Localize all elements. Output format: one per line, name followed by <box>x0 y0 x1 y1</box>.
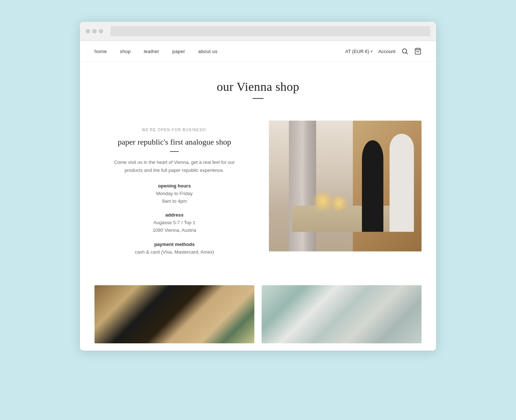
browser-dot-green <box>99 29 103 33</box>
photo-column <box>289 121 317 251</box>
page-title-section: our Vienna shop <box>80 62 436 113</box>
main-nav: home shop leather paper about us AT (EUR… <box>80 41 436 62</box>
figure-man-body <box>390 134 414 232</box>
headline-divider <box>170 151 179 152</box>
shop-image-container <box>269 121 422 251</box>
payment-text: cash & card (Visa, Mastercard, Amex) <box>102 249 247 256</box>
shop-section: WE'RE OPEN FOR BUSINESS! paper republic'… <box>80 113 436 285</box>
browser-chrome <box>80 22 436 41</box>
nav-links: home shop leather paper about us <box>94 49 218 54</box>
bottom-right-photo-inner <box>262 285 422 343</box>
figure-woman <box>362 140 383 232</box>
currency-selector[interactable]: AT (EUR €) ▾ <box>345 49 372 54</box>
shop-photo <box>269 121 422 251</box>
page-title: our Vienna shop <box>94 80 422 94</box>
nav-shop[interactable]: shop <box>120 49 131 54</box>
hours-block: opening hours Monday to Friday 9am to 4p… <box>102 183 247 205</box>
photo-light-2 <box>330 194 348 212</box>
svg-point-0 <box>402 49 407 53</box>
bottom-photo-right <box>262 285 422 343</box>
svg-line-1 <box>406 53 408 54</box>
payment-block: payment methods cash & card (Visa, Maste… <box>102 242 247 256</box>
payment-label: payment methods <box>102 242 247 247</box>
account-link[interactable]: Account <box>378 49 395 54</box>
shop-info: WE'RE OPEN FOR BUSINESS! paper republic'… <box>94 121 254 263</box>
search-icon <box>401 48 408 55</box>
figure-man <box>390 134 414 232</box>
address-block: address Augasse 5-7 / Top 1 1090 Vienna,… <box>102 212 247 234</box>
browser-dots <box>86 29 103 33</box>
browser-window: home shop leather paper about us AT (EUR… <box>80 22 436 351</box>
nav-leather[interactable]: leather <box>144 49 159 54</box>
browser-dot-red <box>86 29 90 33</box>
address-line1: Augasse 5-7 / Top 1 <box>102 219 247 227</box>
nav-paper[interactable]: paper <box>172 49 185 54</box>
cart-button[interactable] <box>414 48 422 55</box>
nav-right: AT (EUR €) ▾ Account <box>345 48 422 55</box>
currency-label: AT (EUR €) <box>345 49 369 54</box>
bottom-photo-left <box>94 285 254 343</box>
bottom-left-photo-inner <box>94 285 254 343</box>
search-button[interactable] <box>401 48 408 55</box>
hours-label: opening hours <box>102 183 247 189</box>
nav-home[interactable]: home <box>94 49 107 54</box>
bottom-photos <box>80 285 436 351</box>
address-line2: 1090 Vienna, Austria <box>102 227 247 234</box>
title-divider <box>253 98 263 99</box>
figure-woman-body <box>362 140 383 232</box>
cart-icon <box>414 48 422 55</box>
hours-line1: Monday to Friday <box>102 190 247 198</box>
shop-description: Come visit us in the heart of Vienna, ge… <box>109 158 240 174</box>
browser-dot-yellow <box>92 29 97 33</box>
hours-line2: 9am to 4pm <box>102 198 247 205</box>
open-label: WE'RE OPEN FOR BUSINESS! <box>102 128 247 132</box>
address-label: address <box>102 212 247 218</box>
nav-about[interactable]: about us <box>198 49 218 54</box>
chevron-down-icon: ▾ <box>371 49 372 53</box>
main-content: our Vienna shop WE'RE OPEN FOR BUSINESS!… <box>80 62 436 351</box>
address-bar[interactable] <box>110 26 430 36</box>
shop-headline: paper republic's first analogue shop <box>102 137 247 148</box>
